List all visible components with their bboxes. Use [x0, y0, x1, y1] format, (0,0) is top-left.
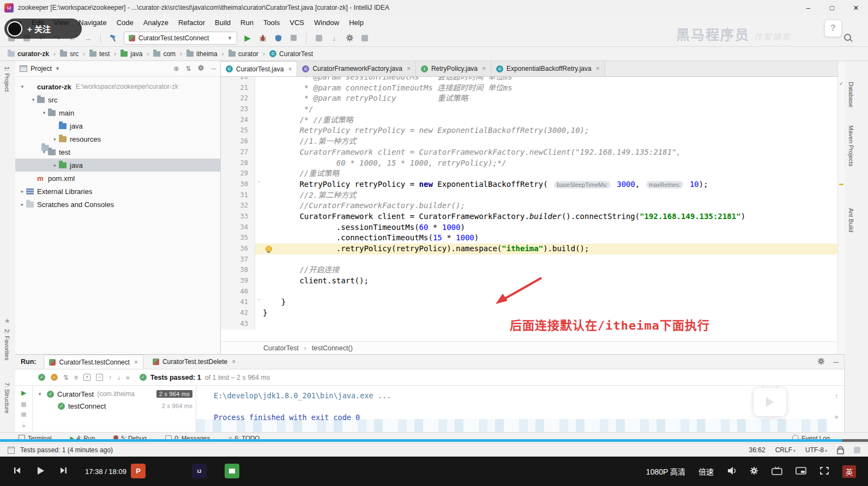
inspections-ok-icon[interactable]: ✓ — [838, 81, 845, 87]
breadcrumb-item-curatortest[interactable]: CCuratorTest — [268, 50, 314, 58]
sort-alphabetically-icon[interactable]: ⇅ — [63, 374, 69, 381]
debug-button[interactable] — [258, 33, 268, 43]
console[interactable]: E:\develop\jdk1.8.0_201\bin\java.exe ...… — [196, 386, 829, 432]
menu-item-analyze[interactable]: Analyze — [138, 19, 173, 27]
forward-icon[interactable]: → — [83, 33, 93, 43]
caret-position[interactable]: 36:62 — [749, 446, 765, 454]
download-sources-icon[interactable]: ↓ — [329, 33, 339, 43]
run-configuration-selector[interactable]: CuratorTest.testConnect ▼ — [124, 32, 237, 45]
next-test-icon[interactable]: ↓ — [117, 374, 120, 381]
status-bar-icon[interactable] — [854, 447, 860, 453]
next-video-icon[interactable] — [59, 466, 68, 476]
line-ending-selector[interactable]: CRLF▾ — [775, 446, 795, 454]
tree-caret-icon[interactable]: ▾ — [29, 97, 37, 102]
tab-close-icon[interactable]: × — [482, 65, 486, 72]
rerun-tests-icon[interactable]: ▶ — [21, 389, 26, 397]
favorites-star-icon[interactable]: ★ — [4, 317, 10, 325]
toolwindow-toggle-icon[interactable] — [8, 447, 15, 454]
sort-by-duration-icon[interactable]: ≡ — [74, 374, 78, 381]
editor-tab-retrypolicy-java[interactable]: IRetryPolicy.java× — [416, 61, 491, 76]
breadcrumb-item-curator-zk[interactable]: curator-zk — [7, 50, 50, 58]
more-icon[interactable]: » — [22, 422, 25, 429]
project-panel-title[interactable]: Project — [31, 65, 52, 72]
intention-bulb-icon[interactable] — [266, 246, 272, 252]
breadcrumb-item-src[interactable]: src — [59, 50, 80, 58]
tree-caret-icon[interactable]: ▸ — [51, 136, 59, 142]
more-icon[interactable]: » — [126, 374, 130, 381]
code-area[interactable]: 20 * @param sessionTimeoutMs 会话超时时间 单位ms… — [221, 77, 837, 342]
play-icon[interactable] — [35, 466, 45, 477]
tree-item-resources[interactable]: ▸resources — [15, 132, 220, 145]
build-hammer-icon[interactable] — [108, 33, 118, 43]
menu-item-window[interactable]: Window — [309, 19, 344, 27]
taskbar-powerpoint-icon[interactable]: P — [131, 464, 146, 478]
tree-item-curator-zk[interactable]: ▾curator-zkE:\workspace\zookeeper\curato… — [15, 80, 220, 93]
ime-indicator[interactable]: 英 — [842, 465, 856, 478]
test-toolbar-icon[interactable] — [21, 412, 26, 417]
editor-tab-curatortest-java[interactable]: CCuratorTest.java× — [221, 61, 297, 76]
settings-gear-icon[interactable] — [345, 33, 354, 43]
show-ignored-icon[interactable]: − — [51, 374, 58, 381]
follow-pill[interactable]: + 关注 — [4, 19, 82, 39]
tool-button-database[interactable]: Database — [848, 82, 854, 107]
previous-test-icon[interactable]: ↑ — [108, 374, 112, 381]
fullscreen-icon[interactable] — [819, 466, 829, 477]
menu-item-build[interactable]: Build — [210, 19, 236, 27]
editor-tab-exponentialbackoffretry-java[interactable]: CExponentialBackoffRetry.java× — [491, 61, 605, 76]
tree-item-src[interactable]: ▾src — [15, 93, 220, 106]
breadcrumb-item-test[interactable]: test — [88, 50, 111, 58]
quality-selector[interactable]: 1080P 高清 — [646, 466, 685, 477]
collapse-all-icon[interactable]: − — [96, 374, 103, 381]
breadcrumb-class[interactable]: CuratorTest — [263, 344, 299, 352]
expand-all-icon[interactable]: + — [83, 374, 91, 381]
tool-button-1-project[interactable]: 1: Project — [4, 66, 10, 92]
tab-close-icon[interactable]: × — [232, 358, 236, 366]
run-button[interactable]: ▶ — [243, 33, 252, 43]
stop-button[interactable] — [288, 33, 298, 43]
tool-button-2-favorites[interactable]: 2: Favorites — [4, 329, 10, 360]
pip-icon[interactable] — [795, 466, 806, 477]
tab-close-icon[interactable]: × — [407, 65, 411, 72]
tree-caret-icon[interactable]: ▸ — [19, 202, 26, 207]
tree-caret-icon[interactable]: ▸ — [19, 189, 26, 194]
test-item-testconnect[interactable]: ✓testConnect2 s 964 ms — [33, 400, 196, 412]
tree-item-main[interactable]: ▾main — [15, 106, 220, 119]
coverage-button[interactable] — [273, 33, 283, 43]
menu-item-refactor[interactable]: Refactor — [173, 19, 210, 27]
editor-tab-curatorframeworkfactory-java[interactable]: CCuratorFrameworkFactory.java× — [297, 61, 416, 76]
menu-item-code[interactable]: Code — [112, 19, 138, 27]
encoding-selector[interactable]: UTF-8▾ — [805, 446, 827, 454]
breadcrumb-item-curator[interactable]: curator — [227, 50, 260, 58]
tree-item-java[interactable]: java — [15, 119, 220, 132]
close-button[interactable]: ✕ — [844, 0, 868, 15]
menu-item-help[interactable]: Help — [344, 19, 369, 27]
breadcrumb-item-java[interactable]: java — [119, 50, 143, 58]
taskbar-intellij-icon[interactable]: IJ — [192, 464, 207, 478]
test-toolbar-icon[interactable] — [21, 402, 26, 407]
test-item-curatortest[interactable]: ▾✓CuratorTest(com.itheima.cu2 s 964 ms — [33, 388, 196, 400]
player-help-button[interactable]: ? — [824, 20, 842, 37]
hide-run-panel-icon[interactable]: ─ — [834, 358, 839, 366]
show-passed-icon[interactable]: ✓ — [38, 374, 45, 381]
menu-item-tools[interactable]: Tools — [258, 19, 285, 27]
tool-button-maven-projects[interactable]: Maven Projects — [848, 125, 854, 167]
scroll-up-icon[interactable]: ↑ — [835, 392, 838, 400]
project-structure-icon[interactable] — [360, 33, 370, 43]
tree-caret-icon[interactable]: ▾ — [40, 110, 48, 116]
maximize-button[interactable]: □ — [820, 0, 844, 15]
player-settings-gear-icon[interactable] — [750, 466, 758, 477]
minimize-button[interactable]: – — [796, 0, 820, 15]
tab-close-icon[interactable]: × — [596, 65, 600, 72]
tree-caret-icon[interactable]: ▸ — [51, 162, 59, 168]
run-tab-curatortest-testdelete[interactable]: CuratorTest.testDelete× — [148, 355, 240, 369]
cast-tv-icon[interactable] — [771, 466, 782, 477]
follow-button[interactable]: + 关注 — [27, 23, 51, 34]
tab-close-icon[interactable]: × — [134, 359, 138, 366]
tree-caret-icon[interactable]: ▾ — [36, 391, 44, 397]
breadcrumb-method[interactable]: testConnect() — [312, 344, 353, 352]
run-tab-curatortest-testconnect[interactable]: CuratorTest.testConnect× — [44, 355, 143, 369]
menu-item-run[interactable]: Run — [236, 19, 258, 27]
breadcrumb-item-com[interactable]: com — [152, 50, 177, 58]
tree-item-external-libraries[interactable]: ▸External Libraries — [15, 185, 220, 198]
tree-item-java[interactable]: ▸java — [15, 159, 220, 172]
